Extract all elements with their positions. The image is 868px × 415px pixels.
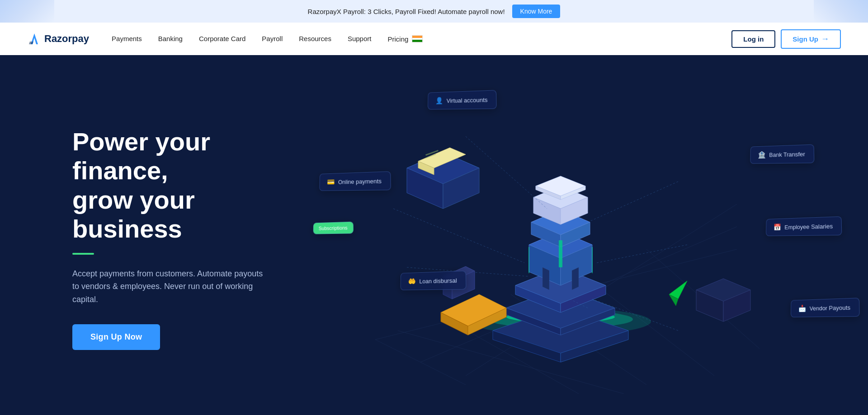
nav-links: Payments Banking Corporate Card Payroll …	[112, 35, 731, 43]
nav-actions: Log in Sign Up →	[731, 29, 841, 49]
hero-description: Accept payments from customers. Automate…	[72, 267, 271, 306]
arrow-icon: →	[821, 34, 829, 44]
salaries-label: Employee Salaries	[784, 223, 833, 231]
flag-icon	[412, 35, 423, 42]
card-employee-salaries: 📅 Employee Salaries	[766, 216, 842, 236]
nav-item-payments[interactable]: Payments	[112, 35, 142, 43]
svg-marker-1	[29, 42, 33, 44]
svg-rect-39	[559, 240, 562, 267]
tower-illustration	[353, 69, 760, 394]
logo-icon	[27, 32, 42, 46]
online-payments-label: Online payments	[338, 177, 382, 185]
bank-transfer-label: Bank Transfer	[769, 150, 805, 158]
nav-item-payroll[interactable]: Payroll	[262, 35, 283, 43]
nav-item-banking[interactable]: Banking	[158, 35, 183, 43]
card-vendor-payouts: 📩 Vendor Payouts	[791, 298, 860, 317]
svg-line-42	[588, 182, 678, 222]
nav-item-corporate-card[interactable]: Corporate Card	[199, 35, 245, 43]
subscriptions-label: Subscriptions	[319, 225, 348, 231]
hero-title: Power your finance, grow your business	[72, 127, 307, 244]
hero-illustration: 👤 Virtual accounts 💳 Online payments 🏦 B…	[307, 55, 868, 415]
vendor-icon: 📩	[798, 304, 806, 312]
card-subscriptions: Subscriptions	[313, 222, 354, 234]
svg-line-41	[393, 209, 524, 263]
know-more-button[interactable]: Know More	[512, 5, 561, 18]
navigation: Razorpay Payments Banking Corporate Card…	[0, 23, 868, 55]
hero-content: Power your finance, grow your business A…	[0, 55, 307, 415]
hero-section: Power your finance, grow your business A…	[0, 55, 868, 415]
vendor-label: Vendor Payouts	[810, 304, 850, 312]
logo-text: Razorpay	[44, 33, 89, 45]
svg-line-5	[375, 340, 466, 385]
announcement-bar: RazorpayX Payroll: 3 Clicks, Payroll Fix…	[0, 0, 868, 23]
signup-button[interactable]: Sign Up →	[781, 29, 841, 49]
hero-cta-button[interactable]: Sign Up Now	[72, 324, 160, 350]
loan-label: Loan disbursal	[419, 277, 457, 284]
svg-marker-38	[572, 267, 579, 290]
card-loan-disbursal: 🤲 Loan disbursal	[401, 270, 466, 290]
login-button[interactable]: Log in	[731, 30, 775, 48]
logo[interactable]: Razorpay	[27, 32, 89, 46]
svg-marker-32	[536, 176, 585, 196]
virtual-accounts-icon: 👤	[435, 97, 443, 105]
announcement-text: RazorpayX Payroll: 3 Clicks, Payroll Fix…	[308, 8, 505, 15]
virtual-accounts-label: Virtual accounts	[447, 96, 488, 104]
loan-icon: 🤲	[408, 277, 416, 285]
salaries-icon: 📅	[774, 223, 781, 231]
svg-marker-37	[542, 267, 549, 290]
online-payments-icon: 💳	[327, 178, 335, 186]
card-online-payments: 💳 Online payments	[319, 171, 391, 191]
nav-item-pricing[interactable]: Pricing	[387, 35, 423, 43]
bank-transfer-icon: 🏦	[758, 151, 766, 159]
nav-item-support[interactable]: Support	[348, 35, 372, 43]
hero-divider	[72, 253, 94, 255]
card-bank-transfer: 🏦 Bank Transfer	[750, 144, 814, 163]
nav-item-resources[interactable]: Resources	[299, 35, 331, 43]
card-virtual-accounts: 👤 Virtual accounts	[428, 90, 497, 109]
